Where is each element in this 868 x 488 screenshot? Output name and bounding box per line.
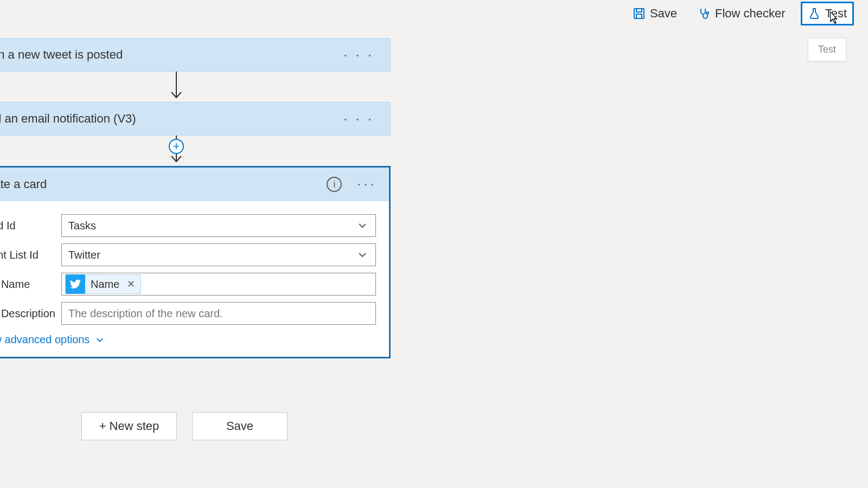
chevron-down-icon [357, 220, 368, 231]
description-input[interactable]: The description of the new card. [61, 302, 376, 325]
field-list-label: Parent List Id [0, 249, 61, 261]
action-card-email[interactable]: Send an email notification (V3) · · · [0, 102, 391, 136]
field-name: Card Name Name ✕ [0, 269, 389, 299]
bottom-buttons: + New step Save [81, 412, 288, 440]
connector-with-add: + [0, 136, 391, 166]
field-board-label: Board Id [0, 220, 61, 232]
advanced-options-toggle[interactable]: Show advanced options [0, 328, 389, 346]
flow-checker-button[interactable]: Flow checker [692, 3, 791, 24]
board-select[interactable]: Tasks [61, 214, 376, 237]
field-name-label: Card Name [0, 278, 61, 291]
field-list: Parent List Id Twitter [0, 240, 389, 269]
chevron-down-icon [95, 335, 105, 345]
create-card-header[interactable]: Create a card i · · · [0, 168, 389, 201]
save-icon [633, 7, 646, 20]
token-label: Name [91, 278, 119, 291]
arrow-down-icon [168, 72, 184, 102]
desc-placeholder: The description of the new card. [68, 307, 223, 320]
chevron-down-icon [357, 249, 368, 260]
board-value: Tasks [68, 220, 96, 232]
svg-rect-2 [636, 14, 642, 18]
action-email-title: Send an email notification (V3) [0, 112, 136, 126]
flow-canvas: When a new tweet is posted · · · Send an… [0, 38, 391, 358]
trigger-title: When a new tweet is posted [0, 48, 123, 62]
test-tooltip-text: Test [818, 44, 836, 55]
advanced-options-label: Show advanced options [0, 333, 90, 346]
flow-checker-label: Flow checker [715, 7, 786, 21]
twitter-icon [66, 274, 85, 294]
test-button[interactable]: Test [801, 2, 854, 25]
new-step-label: + New step [99, 419, 159, 433]
flask-icon [808, 7, 821, 20]
list-select[interactable]: Twitter [61, 243, 376, 266]
connector-arrow [0, 72, 391, 102]
add-step-icon[interactable]: + [169, 139, 184, 154]
svg-point-3 [706, 12, 709, 14]
ellipsis-icon[interactable]: · · · [343, 47, 374, 63]
info-icon[interactable]: i [327, 177, 342, 192]
ellipsis-icon[interactable]: · · · [357, 177, 374, 191]
field-board: Board Id Tasks [0, 211, 389, 240]
new-step-button[interactable]: + New step [81, 412, 177, 440]
create-card-title: Create a card [0, 177, 47, 191]
action-card-create-card: Create a card i · · · Board Id Tasks Par… [0, 166, 391, 358]
save-button[interactable]: Save [627, 3, 682, 24]
ellipsis-icon[interactable]: · · · [343, 111, 374, 127]
remove-token-icon[interactable]: ✕ [127, 278, 135, 290]
dynamic-token-name[interactable]: Name ✕ [65, 274, 141, 294]
name-input[interactable]: Name ✕ [61, 273, 376, 296]
field-description: Card Description The description of the … [0, 299, 389, 328]
field-desc-label: Card Description [0, 307, 61, 320]
stethoscope-icon [698, 7, 711, 20]
top-toolbar: Save Flow checker Test [0, 0, 868, 27]
test-label: Test [825, 7, 847, 21]
test-tooltip: Test [808, 38, 846, 61]
save-label: Save [650, 7, 677, 21]
trigger-card[interactable]: When a new tweet is posted · · · [0, 38, 391, 72]
save-flow-label: Save [226, 419, 253, 433]
svg-rect-1 [636, 9, 642, 12]
list-value: Twitter [68, 249, 100, 261]
save-flow-button[interactable]: Save [192, 412, 288, 440]
